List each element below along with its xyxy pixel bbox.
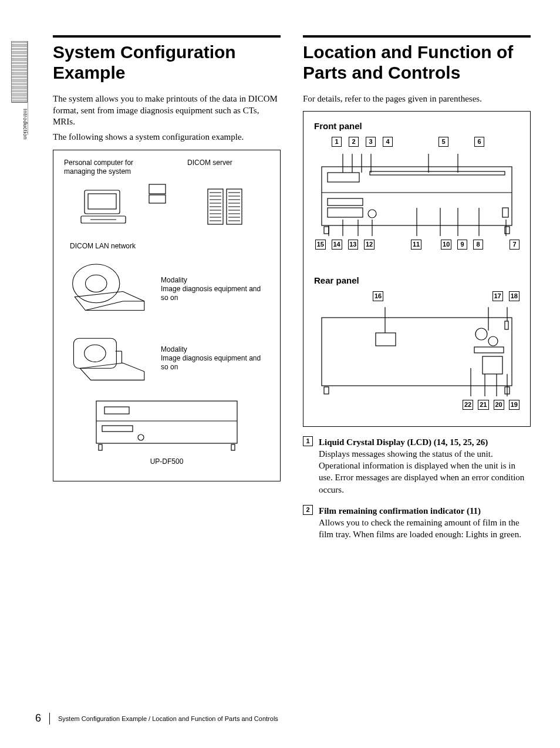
product-caption: UP-DF500: [64, 457, 269, 466]
item-title: Film remaining confirmation indicator (1…: [319, 506, 481, 515]
callout-box: 21: [478, 400, 488, 410]
svg-rect-37: [102, 426, 133, 432]
right-intro: For details, refer to the pages given in…: [303, 93, 531, 105]
modality1-label-a: Modality: [161, 276, 269, 285]
svg-rect-30: [73, 338, 116, 368]
modality2-label-a: Modality: [161, 345, 269, 354]
callout-box: 20: [494, 400, 504, 410]
svg-rect-69: [376, 333, 396, 346]
item-body: Allows you to check the remaining amount…: [319, 518, 521, 539]
modality1-label-b: Image diagnosis equipment and so on: [161, 285, 269, 302]
svg-rect-49: [324, 227, 329, 234]
svg-rect-72: [474, 347, 504, 353]
callout-box: 8: [473, 240, 483, 250]
ct-scanner-illustration-2: [64, 326, 155, 390]
pc-caption: Personal computer for managing the syste…: [64, 159, 163, 176]
svg-rect-48: [502, 208, 508, 217]
callout-box: 6: [474, 137, 484, 147]
tab-hatch: [11, 41, 28, 103]
callout-box: 16: [373, 291, 383, 301]
callout-box: 17: [492, 291, 503, 301]
modality2-label-b: Image diagnosis equipment and so on: [161, 354, 269, 372]
front-panel-title: Front panel: [314, 121, 519, 131]
page-number: 6: [35, 712, 41, 725]
server-caption: DICOM server: [187, 159, 269, 176]
front-panel-illustration: [317, 149, 517, 237]
callout-item-2: 2 Film remaining confirmation indicator …: [303, 505, 531, 541]
svg-rect-66: [322, 318, 512, 386]
svg-rect-46: [328, 208, 363, 217]
svg-rect-73: [483, 356, 502, 374]
svg-point-38: [138, 434, 144, 440]
rear-panel-illustration: [317, 304, 517, 397]
callout-box: 7: [510, 240, 519, 250]
svg-rect-43: [328, 173, 359, 182]
callout-box: 22: [463, 400, 473, 410]
svg-point-47: [368, 210, 376, 218]
left-column: System Configuration Example The system …: [53, 35, 281, 541]
callout-box: 10: [441, 240, 451, 250]
page-footer: 6 System Configuration Example / Locatio…: [35, 712, 278, 725]
svg-rect-4: [149, 184, 166, 194]
rear-panel-title: Rear panel: [314, 275, 519, 285]
svg-rect-36: [104, 407, 129, 414]
callout-box: 14: [332, 240, 342, 250]
callout-box: 4: [383, 137, 393, 147]
callout-box: 12: [364, 240, 375, 250]
callout-box: 3: [366, 137, 376, 147]
svg-point-26: [73, 264, 120, 303]
section-rule: [303, 35, 531, 38]
svg-point-70: [475, 328, 487, 340]
callout-box: 18: [509, 291, 519, 301]
item-title: Liquid Crystal Display (LCD) (14, 15, 25…: [319, 437, 488, 447]
svg-rect-50: [505, 227, 510, 234]
svg-point-27: [85, 275, 106, 292]
callout-box: 13: [348, 240, 359, 250]
svg-point-31: [85, 345, 106, 362]
svg-rect-40: [231, 444, 235, 450]
callout-box: 19: [509, 400, 519, 410]
svg-rect-34: [96, 401, 237, 443]
intro-para-1: The system allows you to make printouts …: [53, 93, 281, 128]
footer-divider: [49, 713, 50, 725]
printer-illustration: [90, 395, 243, 454]
footer-text: System Configuration Example / Location …: [58, 715, 278, 722]
svg-rect-1: [88, 194, 116, 209]
callout-item-1: 1 Liquid Crystal Display (LCD) (14, 15, …: [303, 436, 531, 496]
callout-box: 1: [332, 137, 342, 147]
intro-para-2: The following shows a system configurati…: [53, 132, 281, 143]
svg-rect-45: [328, 198, 363, 205]
callout-box: 11: [411, 240, 421, 250]
callout-box: 5: [438, 137, 448, 147]
svg-rect-44: [370, 171, 505, 175]
tab-label: Introduction: [22, 109, 28, 140]
section-rule: [53, 35, 281, 38]
item-body: Displays messages showing the status of …: [319, 449, 524, 494]
callout-box: 15: [315, 240, 326, 250]
svg-rect-74: [505, 321, 508, 329]
callout-box: 2: [349, 137, 359, 147]
svg-rect-5: [149, 195, 166, 203]
system-config-figure: Personal computer for managing the syste…: [53, 150, 281, 481]
callout-box: 9: [457, 240, 467, 250]
lan-caption: DICOM LAN network: [70, 242, 269, 251]
chapter-tab: Introduction: [11, 41, 28, 135]
svg-point-71: [488, 336, 498, 346]
pc-server-illustration: [73, 178, 261, 237]
section-heading-left: System Configuration Example: [53, 42, 281, 83]
ct-scanner-illustration-1: [64, 257, 155, 321]
right-column: Location and Function of Parts and Contr…: [303, 35, 531, 541]
panels-figure: Front panel 1 2 3 4 5 6: [303, 111, 531, 427]
section-heading-right: Location and Function of Parts and Contr…: [303, 42, 531, 83]
callout-number: 1: [303, 436, 313, 446]
svg-rect-67: [324, 387, 329, 394]
callout-number: 2: [303, 505, 313, 515]
svg-rect-39: [99, 444, 102, 450]
